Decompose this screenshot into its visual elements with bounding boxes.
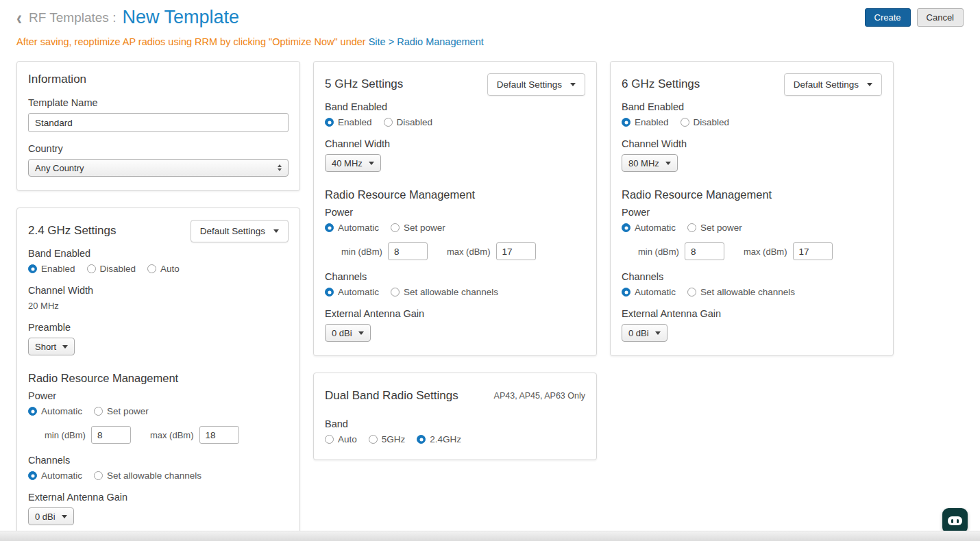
radio-24-set-allowable-channels[interactable]: Set allowable channels — [94, 470, 201, 481]
radio-6-enabled[interactable]: Enabled — [622, 117, 669, 127]
preamble-select[interactable]: Short — [28, 338, 75, 355]
min-dbm-input[interactable] — [91, 426, 131, 444]
max-dbm-input[interactable] — [793, 242, 833, 260]
min-dbm-input[interactable] — [388, 242, 428, 260]
radio-24-enabled[interactable]: Enabled — [28, 264, 75, 274]
page-title: New Template — [122, 7, 239, 28]
antenna-gain-select[interactable]: 0 dBi — [622, 324, 667, 342]
band-5ghz-default-settings-dropdown[interactable]: Default Settings — [487, 73, 585, 96]
band-24ghz-card: 2.4 GHz Settings Default Settings Band E… — [16, 207, 300, 540]
radio-dual-5ghz[interactable]: 5GHz — [369, 434, 406, 444]
radio-selected-icon — [325, 118, 334, 127]
antenna-gain-label: External Antenna Gain — [28, 492, 289, 503]
dual-band-ap-models-tag: AP43, AP45, AP63 Only — [494, 391, 585, 401]
radio-label: Set allowable channels — [404, 287, 498, 297]
radio-6-channels-automatic[interactable]: Automatic — [622, 287, 676, 297]
radio-selected-icon — [622, 223, 630, 232]
channel-width-select-value: 40 MHz — [332, 158, 363, 168]
band-6ghz-default-settings-dropdown[interactable]: Default Settings — [784, 73, 882, 96]
radio-5-set-allowable-channels[interactable]: Set allowable channels — [391, 287, 498, 297]
max-dbm-input[interactable] — [199, 426, 239, 444]
power-label: Power — [325, 207, 585, 218]
radio-dual-auto[interactable]: Auto — [325, 434, 357, 444]
antenna-gain-label: External Antenna Gain — [622, 308, 882, 319]
default-settings-label: Default Settings — [200, 226, 265, 236]
radio-5-channels-automatic[interactable]: Automatic — [325, 287, 379, 297]
back-chevron-icon[interactable]: ‹ — [16, 8, 22, 27]
radio-5-set-power[interactable]: Set power — [391, 223, 445, 233]
band-5ghz-title: 5 GHz Settings — [325, 77, 403, 91]
band-6ghz-title: 6 GHz Settings — [622, 77, 700, 91]
radio-label: Disabled — [694, 117, 730, 127]
cancel-button[interactable]: Cancel — [917, 8, 964, 27]
radio-5-enabled[interactable]: Enabled — [325, 117, 372, 127]
radio-label: Auto — [338, 434, 357, 444]
create-button[interactable]: Create — [865, 8, 911, 27]
chevron-down-icon — [655, 331, 661, 335]
radio-24-channels-automatic[interactable]: Automatic — [28, 470, 82, 481]
radio-icon — [391, 288, 400, 297]
min-dbm-label: min (dBm) — [341, 247, 382, 257]
radio-label: Enabled — [41, 264, 75, 274]
radio-icon — [681, 118, 689, 127]
information-card: Information Template Name Country Any Co… — [16, 61, 300, 191]
channels-label: Channels — [622, 271, 882, 282]
channel-width-label: Channel Width — [28, 285, 289, 296]
channels-label: Channels — [28, 455, 289, 466]
antenna-gain-select-value: 0 dBi — [628, 328, 649, 338]
radio-5-power-automatic[interactable]: Automatic — [325, 223, 379, 233]
chevron-down-icon — [358, 331, 364, 335]
min-dbm-label: min (dBm) — [45, 430, 86, 440]
band-enabled-label: Band Enabled — [28, 248, 289, 259]
template-name-input[interactable] — [28, 113, 289, 132]
radio-6-disabled[interactable]: Disabled — [681, 117, 730, 127]
bot-icon — [948, 516, 962, 525]
dual-band-title: Dual Band Radio Settings — [325, 389, 458, 403]
country-select[interactable]: Any Country — [28, 159, 289, 177]
radio-icon — [147, 264, 156, 273]
channel-width-label: Channel Width — [325, 138, 585, 149]
radio-24-disabled[interactable]: Disabled — [87, 264, 136, 274]
antenna-gain-select-value: 0 dBi — [35, 512, 56, 522]
antenna-gain-label: External Antenna Gain — [325, 308, 585, 319]
dual-band-label: Band — [325, 418, 585, 429]
radio-label: Disabled — [397, 117, 433, 127]
channel-width-select-value: 80 MHz — [628, 158, 659, 168]
antenna-gain-select[interactable]: 0 dBi — [28, 507, 74, 525]
chevron-down-icon — [62, 345, 68, 349]
radio-24-set-power[interactable]: Set power — [94, 406, 149, 416]
default-settings-label: Default Settings — [794, 79, 859, 90]
band-5ghz-card: 5 GHz Settings Default Settings Band Ena… — [313, 61, 597, 356]
radio-6-set-allowable-channels[interactable]: Set allowable channels — [687, 287, 795, 297]
max-dbm-label: max (dBm) — [150, 430, 194, 440]
radio-6-set-power[interactable]: Set power — [687, 223, 742, 233]
radio-label: Automatic — [635, 287, 676, 297]
antenna-gain-select[interactable]: 0 dBi — [325, 324, 371, 342]
radio-24-auto[interactable]: Auto — [147, 264, 180, 274]
radio-dual-24ghz[interactable]: 2.4GHz — [417, 434, 461, 444]
radio-24-power-automatic[interactable]: Automatic — [28, 406, 82, 416]
power-label: Power — [28, 390, 289, 401]
select-spinner-icon — [278, 164, 282, 171]
band-24ghz-default-settings-dropdown[interactable]: Default Settings — [191, 220, 289, 242]
column-1: Information Template Name Country Any Co… — [16, 61, 300, 540]
radio-icon — [687, 223, 696, 232]
country-select-value: Any Country — [35, 163, 84, 173]
rrm-section-title: Radio Resource Management — [325, 188, 585, 201]
radio-selected-icon — [417, 435, 426, 444]
chat-widget-button[interactable] — [942, 508, 968, 533]
channel-width-select[interactable]: 40 MHz — [325, 154, 381, 172]
radio-selected-icon — [28, 471, 37, 480]
channel-width-select[interactable]: 80 MHz — [622, 154, 678, 172]
template-name-label: Template Name — [28, 97, 289, 108]
radio-label: Set power — [107, 406, 149, 416]
rrm-notice: After saving, reoptimize AP radios using… — [0, 31, 980, 58]
radio-label: Automatic — [41, 406, 82, 416]
max-dbm-input[interactable] — [496, 242, 536, 260]
min-dbm-input[interactable] — [685, 242, 724, 260]
radio-5-disabled[interactable]: Disabled — [384, 117, 433, 127]
radio-management-link[interactable]: Site > Radio Management — [369, 36, 484, 47]
radio-6-power-automatic[interactable]: Automatic — [622, 223, 676, 233]
preamble-select-value: Short — [35, 342, 56, 352]
band-6ghz-card: 6 GHz Settings Default Settings Band Ena… — [610, 61, 894, 356]
